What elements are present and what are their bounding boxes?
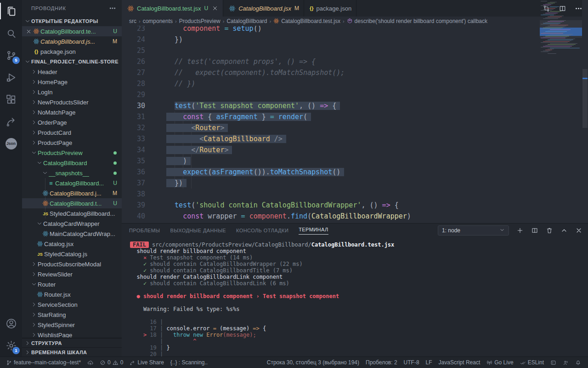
open-editor-item[interactable]: CatalogBillboard.te...U xyxy=(22,26,122,36)
close-icon[interactable] xyxy=(25,28,32,35)
bell-icon xyxy=(575,360,581,366)
panel-tab-консоль-отладки[interactable]: КОНСОЛЬ ОТЛАДКИ xyxy=(236,228,288,233)
status-item-go-live[interactable]: Go Live xyxy=(483,357,516,368)
section-label: ОТКРЫТЫЕ РЕДАКТОРЫ xyxy=(31,18,98,24)
tree-item-catalogcardwrapper[interactable]: CatalogCardWrapper xyxy=(22,218,122,229)
status-item-language-mode[interactable]: JavaScript React xyxy=(435,357,484,368)
tree-item-nomatchpage[interactable]: NoMatchPage xyxy=(22,107,122,117)
tree-item-productsubscribemodal[interactable]: ProductSubscribeModal xyxy=(22,259,122,269)
breadcrumb-item[interactable]: CatalogBillboard xyxy=(226,18,267,24)
tree-item-catalogjsx[interactable]: Catalog.jsx xyxy=(22,239,122,249)
activity-bar-item-account[interactable] xyxy=(0,312,22,334)
panel-tab-выходные-данные[interactable]: ВЫХОДНЫЕ ДАННЫЕ xyxy=(170,228,226,233)
editor-scrollbar[interactable] xyxy=(582,0,588,197)
tree-item-reviewslider[interactable]: ReviewSlider xyxy=(22,269,122,279)
status-item-git-branch[interactable]: feature--main-catalog--test* xyxy=(3,357,84,368)
tree-item-newproductsslider[interactable]: NewProductsSlider xyxy=(22,97,122,107)
activity-bar-item-run-debug[interactable] xyxy=(0,66,22,88)
tree-item-starrating[interactable]: StarRating xyxy=(22,310,122,320)
editor-tab-catalogbillboard-test-jsx[interactable]: CatalogBillboard.test.jsxU xyxy=(122,0,223,17)
close-icon[interactable] xyxy=(212,5,218,12)
plus-icon[interactable] xyxy=(516,227,524,234)
open-editor-item[interactable]: {}package.json xyxy=(22,46,122,57)
tree-item-__snapshots__[interactable]: __snapshots__ xyxy=(22,168,122,178)
section-header-outline[interactable]: СТРУКТУРА xyxy=(22,338,122,347)
tree-item-maincatalogcardwrap[interactable]: MainCatalogCardWrap... xyxy=(22,229,122,239)
editor-tab-package-json[interactable]: {}package.json xyxy=(304,0,356,17)
activity-bar-item-live-share[interactable] xyxy=(0,110,22,132)
more-actions-icon[interactable] xyxy=(109,5,116,12)
panel-tab-проблемы[interactable]: ПРОБЛЕМЫ xyxy=(129,228,160,233)
section-header-workspace[interactable]: FINAL_PROJECT_ONLINE-STORE xyxy=(22,57,122,67)
activity-bar-item-json-extension[interactable]: Json xyxy=(0,132,22,155)
fail-badge: FAIL xyxy=(130,242,149,248)
code-line-38: 38 xyxy=(122,189,588,200)
close-icon[interactable] xyxy=(575,227,582,234)
live-share-icon xyxy=(130,360,136,366)
breadcrumb-file[interactable]: CatalogBillboard.test.jsx xyxy=(273,18,340,24)
status-item-publish-changes[interactable] xyxy=(84,357,96,368)
tree-item-productspreview[interactable]: ProductsPreview xyxy=(22,148,122,158)
status-item-indentation[interactable]: Пробелов: 2 xyxy=(362,357,401,368)
tree-item-servicesection[interactable]: ServiceSection xyxy=(22,299,122,310)
modified-indicator-dot xyxy=(113,151,117,155)
tree-item-catalogbillboard[interactable]: CatalogBillboard xyxy=(22,158,122,168)
tree-item-homepage[interactable]: HomePage xyxy=(22,77,122,87)
run-debug-icon xyxy=(6,72,17,83)
trash-icon[interactable] xyxy=(546,227,553,234)
minimap[interactable] xyxy=(540,0,582,197)
tree-item-styledcatalogbillboard[interactable]: JSStyledCatalogBillboard... xyxy=(22,208,122,218)
tree-item-styledspinner[interactable]: StyledSpinner xyxy=(22,320,122,330)
status-item-problems[interactable]: 00 xyxy=(96,357,126,368)
section-header-timeline[interactable]: ВРЕМЕННАЯ ШКАЛА xyxy=(22,347,122,356)
live-share-icon xyxy=(6,116,17,127)
status-item-notifications[interactable] xyxy=(572,357,584,368)
activity-bar-item-search[interactable] xyxy=(0,22,22,44)
panel-tab-терминал[interactable]: ТЕРМИНАЛ xyxy=(299,227,328,235)
section-header-open-editors[interactable]: ОТКРЫТЫЕ РЕДАКТОРЫ xyxy=(22,16,122,26)
open-editor-item[interactable]: CatalogBillboard.js...M xyxy=(22,36,122,46)
editor-tab-catalogbillboard-jsx[interactable]: CatalogBillboard.jsxM xyxy=(223,0,304,17)
tree-item-styledcatalogjs[interactable]: JSStyledCatalog.js xyxy=(22,249,122,259)
status-item-cursor-position[interactable]: Строка 30, столбец 3 (выбрано 194) xyxy=(264,357,362,368)
line-number: 38 xyxy=(122,189,145,200)
split-editor-icon[interactable] xyxy=(531,227,538,234)
code-editor[interactable]: 23 component = setup()24 })2526 // test(… xyxy=(122,26,588,223)
minimap-line xyxy=(543,18,558,19)
modified-indicator-dot xyxy=(113,172,117,175)
tree-item-login[interactable]: LogIn xyxy=(22,87,122,97)
tree-item-productcard[interactable]: ProductCard xyxy=(22,127,122,138)
tree-item-catalogbillboard[interactable]: ≡CatalogBillboard...U xyxy=(22,178,122,188)
tree-item-catalogbillboardt[interactable]: CatalogBillboard.t...U xyxy=(22,198,122,208)
terminal-selector[interactable]: 1: node xyxy=(438,225,509,236)
person-wave-icon xyxy=(563,360,569,366)
status-item-scanning[interactable]: {..} : Scanning.. xyxy=(167,357,211,368)
status-item-live-share[interactable]: Live Share xyxy=(126,357,167,368)
activity-bar-item-extensions[interactable] xyxy=(0,88,22,110)
badge: 1 xyxy=(12,347,20,354)
status-item-encoding[interactable]: UTF-8 xyxy=(401,357,423,368)
tree-item-router[interactable]: Router xyxy=(22,279,122,289)
status-item-terminal-panel[interactable] xyxy=(547,357,560,368)
tree-item-productpage[interactable]: ProductPage xyxy=(22,138,122,148)
activity-bar-item-source-control[interactable]: 5 xyxy=(0,44,22,66)
breadcrumb-item[interactable]: components xyxy=(143,18,173,24)
chevron-up-icon[interactable] xyxy=(560,227,568,234)
chevron-down-icon xyxy=(36,159,43,167)
breadcrumb-item[interactable]: ProductsPreview xyxy=(179,18,220,24)
tree-item-orderpage[interactable]: OrderPage xyxy=(22,117,122,127)
tree-item-header[interactable]: Header xyxy=(22,67,122,77)
breadcrumb-symbol[interactable]: describe('should render billboard compon… xyxy=(347,18,487,24)
terminal-output[interactable]: FAILsrc/components/ProductsPreview/Catal… xyxy=(122,242,588,356)
status-item-eslint[interactable]: ESLint xyxy=(517,357,547,368)
cloud-upload-icon xyxy=(87,360,93,366)
breadcrumb-item[interactable]: src xyxy=(129,18,136,24)
tree-item-catalogbillboardj[interactable]: CatalogBillboard.j...M xyxy=(22,188,122,198)
status-item-contacts[interactable] xyxy=(560,357,572,368)
activity-bar-item-explorer[interactable] xyxy=(0,0,22,22)
status-item-eol[interactable]: LF xyxy=(423,357,435,368)
bottom-panel: ПРОБЛЕМЫВЫХОДНЫЕ ДАННЫЕКОНСОЛЬ ОТЛАДКИТЕ… xyxy=(122,223,588,356)
terminal-line: ✕ Test snapshot component (14 ms) xyxy=(130,254,253,261)
tree-item-routerjsx[interactable]: Router.jsx xyxy=(22,289,122,299)
activity-bar-item-settings[interactable]: 1 xyxy=(0,334,22,356)
